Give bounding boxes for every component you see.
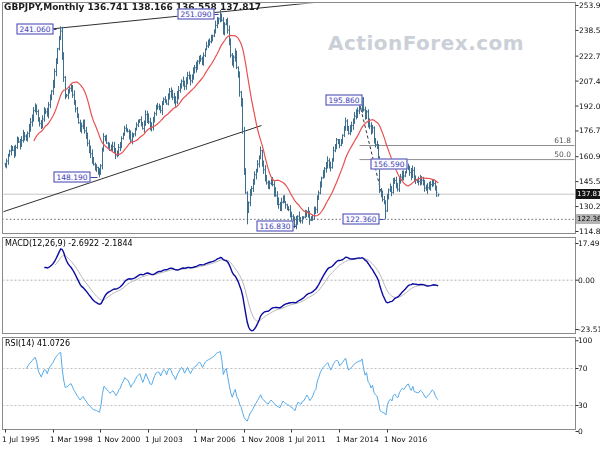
price-annotation-label[interactable]: 116.830 <box>256 221 293 232</box>
price-annotation-label[interactable]: 241.060 <box>16 24 53 35</box>
price-chart-canvas[interactable] <box>0 0 600 450</box>
price-annotation-label[interactable]: 122.360 <box>342 214 379 225</box>
price-annotation-label[interactable]: 195.860 <box>325 95 362 106</box>
price-annotation-label[interactable]: 148.190 <box>53 172 90 183</box>
chart-window: ActionForex.com GBPJPY,Monthly 136.741 1… <box>0 0 600 450</box>
price-annotation-label[interactable]: 251.090 <box>177 9 214 20</box>
price-annotation-label[interactable]: 156.590 <box>370 159 407 170</box>
